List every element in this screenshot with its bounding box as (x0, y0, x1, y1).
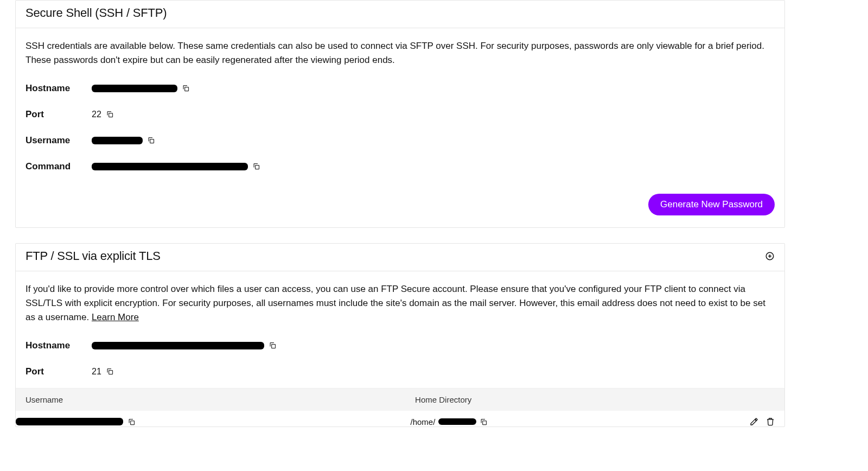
svg-rect-0 (185, 87, 189, 91)
ftp-panel: FTP / SSL via explicit TLS If you'd like… (15, 243, 785, 427)
ssh-panel: Secure Shell (SSH / SFTP) SSH credential… (15, 0, 785, 228)
copy-icon[interactable] (106, 110, 114, 118)
plus-circle-icon[interactable] (765, 251, 775, 261)
generate-password-button[interactable]: Generate New Password (648, 194, 775, 215)
ftp-hostname-row: Hostname (25, 340, 775, 351)
table-row: /home/ (16, 411, 784, 427)
ftp-row-home-redacted (438, 418, 476, 425)
ssh-port-value: 22 (92, 110, 101, 119)
svg-rect-8 (108, 371, 112, 374)
table-col-username: Username (25, 395, 415, 404)
ftp-hostname-value-redacted (92, 342, 264, 349)
copy-icon[interactable] (106, 367, 114, 375)
ssh-hostname-label: Hostname (25, 83, 92, 94)
ftp-port-value: 21 (92, 367, 101, 377)
ssh-command-value-redacted (92, 163, 248, 170)
svg-rect-7 (272, 345, 276, 348)
copy-icon[interactable] (147, 136, 155, 144)
ssh-hostname-row: Hostname (25, 83, 775, 94)
ftp-port-row: Port 21 (25, 366, 775, 377)
copy-icon[interactable] (252, 162, 260, 170)
svg-rect-10 (483, 421, 487, 424)
ftp-title: FTP / SSL via explicit TLS (25, 249, 161, 263)
svg-rect-1 (108, 113, 112, 117)
copy-icon[interactable] (480, 418, 488, 426)
copy-icon[interactable] (182, 84, 190, 92)
ssh-panel-header: Secure Shell (SSH / SFTP) (16, 1, 784, 28)
ftp-row-home-prefix: /home/ (410, 417, 435, 427)
ssh-username-value-redacted (92, 137, 143, 144)
svg-rect-2 (150, 139, 154, 143)
ssh-username-row: Username (25, 135, 775, 146)
ftp-table-header: Username Home Directory (16, 388, 784, 411)
svg-rect-9 (131, 421, 135, 424)
ssh-description: SSH credentials are available below. The… (25, 39, 775, 68)
ssh-hostname-value-redacted (92, 85, 177, 92)
edit-icon[interactable] (750, 417, 758, 426)
ftp-hostname-label: Hostname (25, 340, 92, 351)
ssh-title: Secure Shell (SSH / SFTP) (25, 6, 167, 20)
ssh-command-row: Command (25, 161, 775, 172)
copy-icon[interactable] (269, 341, 277, 349)
ssh-command-label: Command (25, 161, 92, 172)
trash-icon[interactable] (766, 417, 775, 426)
svg-rect-3 (256, 166, 259, 169)
copy-icon[interactable] (127, 418, 136, 426)
ssh-port-row: Port 22 (25, 109, 775, 120)
ssh-username-label: Username (25, 135, 92, 146)
ssh-port-label: Port (25, 109, 92, 120)
ftp-row-username-redacted (16, 418, 123, 425)
learn-more-link[interactable]: Learn More (92, 312, 139, 322)
ftp-panel-header: FTP / SSL via explicit TLS (16, 244, 784, 271)
ftp-port-label: Port (25, 366, 92, 377)
ftp-description: If you'd like to provide more control ov… (25, 282, 775, 325)
table-col-home: Home Directory (415, 395, 737, 404)
